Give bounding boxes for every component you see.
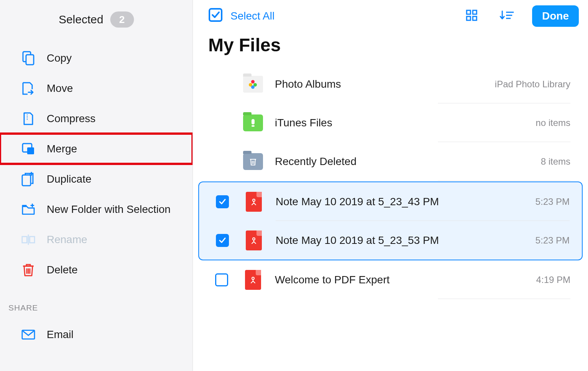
selection-group: Note May 10 2019 at 5_23_43 PM 5:23 PM [198,181,583,260]
welcome-pdf-icon [243,270,263,290]
select-all-label: Select All [230,10,274,22]
row-itunes[interactable]: iTunes Files no items [193,103,588,142]
itunes-name: iTunes Files [275,117,536,129]
row-note2[interactable]: Note May 10 2019 at 5_23_53 PM 5:23 PM [199,221,582,260]
itunes-meta: no items [536,118,570,128]
select-all-button[interactable]: Select All [208,8,274,25]
main: Select All Done My Files [193,0,588,371]
done-button[interactable]: Done [532,5,579,27]
note1-name: Note May 10 2019 at 5_23_43 PM [276,196,536,208]
email-icon [21,329,35,340]
recent-folder-icon [243,153,263,170]
move-label: Move [47,82,73,95]
duplicate-label: Duplicate [47,173,91,185]
selected-count-badge: 2 [110,11,134,28]
svg-rect-11 [30,236,35,242]
svg-rect-22 [473,16,477,20]
file-list: Photo Albums iPad Photo Library iTunes F… [193,65,588,299]
note2-checkbox[interactable] [216,234,229,247]
note1-checkbox[interactable] [216,195,229,208]
merge-icon [21,143,35,155]
copy-action[interactable]: Copy [0,43,193,73]
grid-icon [466,10,477,23]
welcome-name: Welcome to PDF Expert [275,274,536,286]
svg-rect-10 [22,236,27,242]
duplicate-icon [21,172,35,186]
note2-pdf-icon [243,230,264,250]
note2-name: Note May 10 2019 at 5_23_53 PM [276,234,536,247]
svg-rect-18 [209,9,222,21]
sidebar: Selected 2 Copy Move Compress [0,0,193,371]
svg-rect-19 [467,10,470,14]
move-action[interactable]: Move [0,73,193,103]
duplicate-action[interactable]: Duplicate [0,164,193,194]
email-label: Email [47,329,74,341]
copy-label: Copy [47,52,72,64]
select-all-icon [208,8,223,25]
delete-label: Delete [47,264,78,276]
note1-meta: 5:23 PM [536,196,570,207]
svg-rect-21 [467,16,470,20]
grid-view-button[interactable] [463,8,480,25]
compress-action[interactable]: Compress [0,103,193,134]
page-title: My Files [193,28,588,65]
welcome-meta: 4:19 PM [536,275,570,285]
welcome-checkbox[interactable] [215,273,228,286]
copy-icon [21,51,35,65]
recent-meta: 8 items [541,156,570,167]
svg-rect-20 [473,10,477,14]
rename-action: Rename [0,224,193,255]
sidebar-action-list: Copy Move Compress Merge [0,43,193,285]
share-action-list: Email [0,319,193,350]
svg-rect-27 [252,125,255,127]
new-folder-action[interactable]: New Folder with Selection [0,194,193,224]
merge-action[interactable]: Merge [0,134,193,164]
photo-albums-folder-icon [243,76,263,93]
rename-icon [21,234,35,245]
photo-albums-meta: iPad Photo Library [495,79,570,90]
sort-icon [499,10,514,23]
compress-icon [21,112,35,126]
row-photo-albums[interactable]: Photo Albums iPad Photo Library [193,65,588,103]
svg-rect-5 [22,175,31,186]
svg-rect-4 [27,147,34,154]
sidebar-header: Selected 2 [0,0,193,43]
move-icon [21,82,35,95]
delete-action[interactable]: Delete [0,255,193,285]
note2-meta: 5:23 PM [536,235,570,246]
svg-rect-26 [252,119,255,124]
sort-button[interactable] [498,8,515,25]
photo-albums-name: Photo Albums [275,78,495,90]
row-recent[interactable]: Recently Deleted 8 items [193,142,588,181]
itunes-folder-icon [243,114,263,131]
recent-name: Recently Deleted [275,155,541,168]
rename-label: Rename [47,234,87,246]
svg-rect-1 [26,55,34,65]
topbar: Select All Done [193,0,588,28]
share-section-label: SHARE [0,285,193,319]
row-note1[interactable]: Note May 10 2019 at 5_23_43 PM 5:23 PM [199,182,582,221]
selected-label: Selected [59,13,103,26]
new-folder-label: New Folder with Selection [47,203,171,216]
merge-label: Merge [47,143,77,155]
note1-pdf-icon [243,192,264,212]
email-action[interactable]: Email [0,319,193,350]
compress-label: Compress [47,113,96,125]
row-welcome[interactable]: Welcome to PDF Expert 4:19 PM [193,260,588,299]
delete-icon [21,263,35,277]
new-folder-icon [21,203,35,216]
